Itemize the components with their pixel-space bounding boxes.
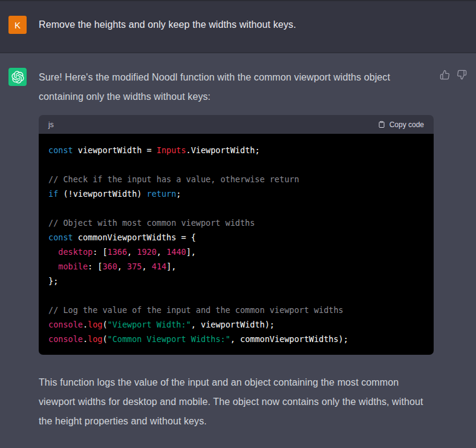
thumbs-down-icon xyxy=(457,70,467,80)
chat-view: K Remove the heights and only keep the w… xyxy=(0,0,476,448)
code-line: // Log the value of the input and the co… xyxy=(48,303,424,317)
thumbs-up-icon xyxy=(440,70,450,80)
assistant-intro-text: Sure! Here's the modified Noodl function… xyxy=(39,68,434,107)
copy-code-button[interactable]: Copy code xyxy=(378,120,424,129)
copy-code-label: Copy code xyxy=(390,120,424,129)
code-line: desktop: [1366, 1920, 1440], xyxy=(48,245,424,259)
assistant-avatar xyxy=(8,68,27,86)
code-line: mobile: [360, 375, 414], xyxy=(48,259,424,274)
thumbs-down-button[interactable] xyxy=(457,70,467,80)
user-message-row: K Remove the heights and only keep the w… xyxy=(0,0,476,52)
code-line: if (!viewportWidth) return; xyxy=(48,186,424,201)
code-line: const commonViewportWidths = { xyxy=(48,230,424,245)
code-line: // Object with most common viewport widt… xyxy=(48,216,424,230)
user-avatar: K xyxy=(8,16,27,34)
code-line: console.log("Common Viewport Widths:", c… xyxy=(48,332,424,346)
code-line xyxy=(48,157,424,172)
openai-logo-icon xyxy=(11,71,24,84)
code-block: js Copy code const viewportWidth = Input… xyxy=(39,115,434,355)
code-line: }; xyxy=(48,274,424,288)
user-message-text: Remove the heights and only keep the wid… xyxy=(39,16,296,34)
code-content[interactable]: const viewportWidth = Inputs.ViewportWid… xyxy=(39,134,434,355)
code-line xyxy=(48,201,424,216)
code-line xyxy=(48,288,424,303)
clipboard-icon xyxy=(378,120,385,128)
thumbs-up-button[interactable] xyxy=(440,70,450,80)
user-avatar-letter: K xyxy=(15,20,21,30)
code-language-label: js xyxy=(48,120,54,129)
code-line: // Check if the input has a value, other… xyxy=(48,172,424,186)
code-line: const viewportWidth = Inputs.ViewportWid… xyxy=(48,143,424,157)
assistant-message-content: Sure! Here's the modified Noodl function… xyxy=(39,68,434,431)
assistant-message-row: Sure! Here's the modified Noodl function… xyxy=(0,52,476,448)
code-line: console.log("Viewport Width:", viewportW… xyxy=(48,317,424,332)
assistant-outro-text: This function logs the value of the inpu… xyxy=(39,373,434,431)
code-block-header: js Copy code xyxy=(39,115,434,134)
feedback-controls xyxy=(440,70,467,80)
